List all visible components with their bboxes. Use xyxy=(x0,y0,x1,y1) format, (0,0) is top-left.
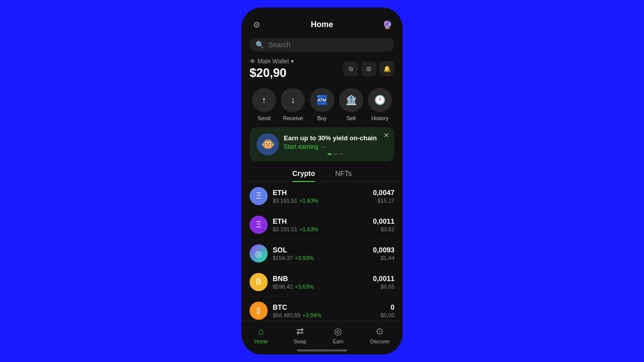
home-indicator xyxy=(242,346,403,354)
search-bar: 🔍 xyxy=(250,38,394,52)
asset-info-eth2: ETH $3 191,51 +1.63% xyxy=(273,217,373,232)
status-bar xyxy=(242,8,403,14)
receive-action[interactable]: ↓ Receive xyxy=(281,88,305,121)
sell-action[interactable]: 🏦 Sell xyxy=(339,88,363,121)
asset-values-sol: 0,0093 $1,44 xyxy=(373,246,394,261)
discover-nav-label: Discover xyxy=(370,339,389,344)
dot-2 xyxy=(334,153,338,155)
dot-3 xyxy=(340,153,344,155)
promo-close-button[interactable]: ✕ xyxy=(383,131,389,139)
promo-icon: 🐵 xyxy=(257,133,279,155)
wallet-actions: ⧉ ⊞ 🔔 xyxy=(343,61,394,76)
asset-tabs: Crypto NFTs xyxy=(242,167,403,182)
home-icon: ⌂ xyxy=(255,325,267,337)
phone-container: ⚙ Home 🔮 🔍 👁 Main Wallet ▾ $20,90 ⧉ ⊞ 🔔 xyxy=(242,8,403,354)
history-label: History xyxy=(371,115,388,121)
history-circle: 🕐 xyxy=(368,88,392,112)
chevron-down-icon[interactable]: ▾ xyxy=(291,58,294,65)
swap-icon: ⇄ xyxy=(294,325,306,337)
promo-title: Earn up to 30% yield on-chain xyxy=(284,134,387,142)
promo-text: Earn up to 30% yield on-chain Start earn… xyxy=(284,134,387,155)
history-action[interactable]: 🕐 History xyxy=(368,88,392,121)
sell-label: Sell xyxy=(346,115,355,121)
list-item[interactable]: Ξ ETH $3 191,51 +1.63% 0,0047 $15,17 xyxy=(250,182,394,211)
swap-nav-label: Swap xyxy=(294,339,306,344)
buy-label: Buy xyxy=(317,115,327,121)
settings-button[interactable]: ⚙ xyxy=(250,18,264,32)
eth-icon-2: Ξ xyxy=(250,216,268,234)
earn-nav-label: Earn xyxy=(333,339,344,344)
sol-icon: ◎ xyxy=(250,244,268,262)
connect-button[interactable]: 🔮 xyxy=(380,18,394,32)
list-item[interactable]: ◎ SOL $154,37 +3.93% 0,0093 $1,44 xyxy=(250,239,394,268)
eth-icon-1: Ξ xyxy=(250,187,268,205)
btc-icon: ₿ xyxy=(250,302,268,320)
asset-list: Ξ ETH $3 191,51 +1.63% 0,0047 $15,17 Ξ E… xyxy=(242,182,403,321)
list-item[interactable]: B BNB $596,42 +3.63% 0,0011 $0,65 xyxy=(250,268,394,297)
scan-button[interactable]: ⊞ xyxy=(361,61,376,76)
asset-values-bnb: 0,0011 $0,65 xyxy=(373,275,394,290)
receive-label: Receive xyxy=(283,115,303,121)
page-title: Home xyxy=(311,20,333,29)
bnb-icon: B xyxy=(250,273,268,291)
earn-icon: ◎ xyxy=(332,325,344,337)
wallet-section: 👁 Main Wallet ▾ $20,90 ⧉ ⊞ 🔔 xyxy=(242,56,403,84)
send-circle: ↑ xyxy=(252,88,276,112)
settings-icon: ⚙ xyxy=(253,20,260,30)
asset-values-btc: 0 $0,00 xyxy=(380,303,394,318)
receive-circle: ↓ xyxy=(281,88,305,112)
eye-icon: 👁 xyxy=(250,58,256,65)
buy-circle: 🏧 xyxy=(310,88,334,112)
send-label: Send xyxy=(258,115,271,121)
nav-earn[interactable]: ◎ Earn xyxy=(326,325,350,344)
nav-home[interactable]: ⌂ Home xyxy=(249,325,274,344)
dot-1 xyxy=(328,153,332,155)
wallet-amount: $20,90 xyxy=(250,66,294,80)
sell-circle: 🏦 xyxy=(339,88,363,112)
copy-button[interactable]: ⧉ xyxy=(343,61,358,76)
discover-icon: ⊙ xyxy=(374,325,386,337)
home-bar xyxy=(297,349,347,351)
asset-info-bnb: BNB $596,42 +3.63% xyxy=(273,275,373,290)
asset-values-eth2: 0,0011 $3,62 xyxy=(373,217,394,232)
promo-banner: 🐵 Earn up to 30% yield on-chain Start ea… xyxy=(250,127,394,161)
connect-icon: 🔮 xyxy=(382,20,392,30)
search-input[interactable] xyxy=(268,41,388,49)
notify-button[interactable]: 🔔 xyxy=(379,61,394,76)
search-icon: 🔍 xyxy=(256,41,264,49)
nav-swap[interactable]: ⇄ Swap xyxy=(288,325,312,344)
asset-values-eth1: 0,0047 $15,17 xyxy=(373,189,394,204)
quick-actions: ↑ Send ↓ Receive 🏧 Buy 🏦 Sell 🕐 History xyxy=(242,84,403,127)
wallet-label: 👁 Main Wallet ▾ xyxy=(250,58,294,65)
promo-link[interactable]: Start earning → xyxy=(284,143,387,150)
promo-dots xyxy=(284,153,387,155)
list-item[interactable]: ₿ BTC $66 480,88 +3.04% 0 $0,00 xyxy=(250,297,394,321)
bottom-nav: ⌂ Home ⇄ Swap ◎ Earn ⊙ Discover xyxy=(242,321,403,346)
tab-crypto[interactable]: Crypto xyxy=(292,169,315,182)
asset-info-sol: SOL $154,37 +3.93% xyxy=(273,246,373,261)
list-item[interactable]: Ξ ETH $3 191,51 +1.63% 0,0011 $3,62 xyxy=(250,211,394,239)
home-nav-label: Home xyxy=(255,339,268,344)
wallet-info: 👁 Main Wallet ▾ $20,90 xyxy=(250,58,294,80)
tab-nfts[interactable]: NFTs xyxy=(335,169,352,182)
buy-action[interactable]: 🏧 Buy xyxy=(310,88,334,121)
header: ⚙ Home 🔮 xyxy=(242,14,403,36)
nav-discover[interactable]: ⊙ Discover xyxy=(364,325,395,344)
asset-info-eth1: ETH $3 191,51 +1.63% xyxy=(273,189,373,204)
send-action[interactable]: ↑ Send xyxy=(252,88,276,121)
asset-info-btc: BTC $66 480,88 +3.04% xyxy=(273,303,380,318)
